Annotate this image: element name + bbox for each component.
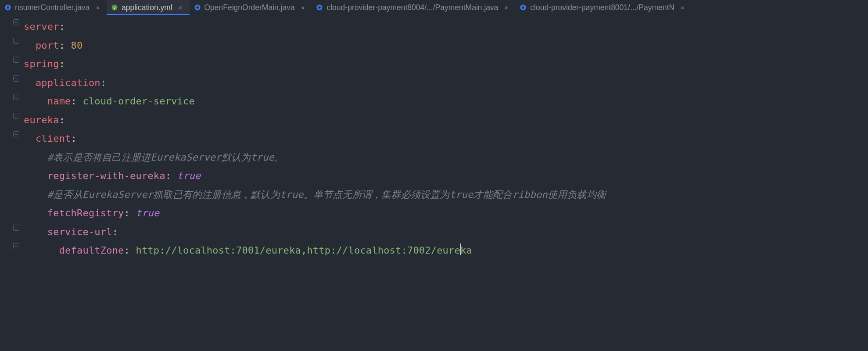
yaml-key: spring [24, 58, 59, 69]
editor-tab[interactable]: yapplication.yml× [107, 0, 190, 15]
close-icon[interactable]: × [95, 4, 100, 11]
close-icon[interactable]: × [178, 4, 183, 11]
fold-marker[interactable] [13, 19, 19, 25]
fold-marker[interactable] [13, 75, 19, 82]
editor-tab[interactable]: cloud-provider-payment8001/.../PaymentN× [515, 0, 692, 15]
java-file-icon [194, 4, 201, 11]
fold-marker[interactable] [13, 225, 19, 231]
svg-text:y: y [114, 6, 115, 10]
close-icon[interactable]: × [504, 4, 509, 11]
yaml-key: server [24, 21, 59, 32]
svg-point-1 [7, 6, 9, 9]
yaml-key: register-with-eureka [47, 170, 165, 181]
fold-marker[interactable] [13, 131, 19, 137]
svg-point-9 [522, 6, 524, 9]
yaml-key: port [36, 40, 59, 51]
yaml-key: eureka [24, 115, 59, 125]
gutter [0, 15, 24, 351]
yaml-string: http://localhost:7001/eureka,http://loca… [136, 245, 460, 256]
yaml-key: defaultZone [59, 245, 124, 256]
yaml-key: application [36, 77, 100, 88]
yaml-bool: true [136, 208, 159, 218]
yaml-key: service-url [47, 226, 112, 237]
yaml-key: client [36, 133, 71, 144]
tab-label: cloud-provider-payment8001/.../PaymentN [530, 3, 674, 12]
yaml-file-icon: y [111, 4, 118, 11]
fold-marker[interactable] [13, 113, 19, 119]
code-content[interactable]: server: port: 80 spring: application: na… [24, 15, 868, 351]
tab-label: cloud-provider-payment8004/.../PaymentMa… [326, 3, 498, 12]
fold-marker[interactable] [13, 38, 19, 44]
fold-marker[interactable] [13, 94, 19, 100]
yaml-number: 80 [71, 40, 83, 51]
tab-label: nsumerController.java [15, 3, 90, 12]
yaml-bool: true [177, 170, 201, 181]
yaml-key: name [47, 96, 71, 107]
tab-label: application.yml [122, 3, 172, 12]
fold-marker[interactable] [13, 243, 19, 249]
yaml-key: fetchRegistry [47, 208, 124, 218]
editor-tab[interactable]: cloud-provider-payment8004/.../PaymentMa… [312, 0, 515, 15]
java-file-icon [4, 4, 11, 11]
fold-marker[interactable] [13, 57, 19, 63]
yaml-comment: #是否从EurekaServer抓取已有的注册信息，默认为true。单节点无所谓… [47, 189, 606, 200]
tab-label: OpenFeignOrderMain.java [204, 3, 295, 12]
svg-point-7 [318, 6, 321, 9]
java-file-icon [316, 4, 323, 11]
editor-tab[interactable]: nsumerController.java× [0, 0, 107, 15]
editor-tabs: nsumerController.java×yapplication.yml×O… [0, 0, 868, 15]
editor-tab[interactable]: OpenFeignOrderMain.java× [190, 0, 312, 15]
yaml-comment: #表示是否将自己注册进EurekaServer默认为true。 [47, 152, 284, 163]
close-icon[interactable]: × [680, 4, 685, 11]
editor-area: server: port: 80 spring: application: na… [0, 15, 868, 351]
svg-point-5 [196, 6, 199, 9]
close-icon[interactable]: × [300, 4, 306, 11]
java-file-icon [520, 4, 527, 11]
yaml-string: cloud-order-service [82, 96, 194, 107]
yaml-string: ka [460, 245, 472, 256]
